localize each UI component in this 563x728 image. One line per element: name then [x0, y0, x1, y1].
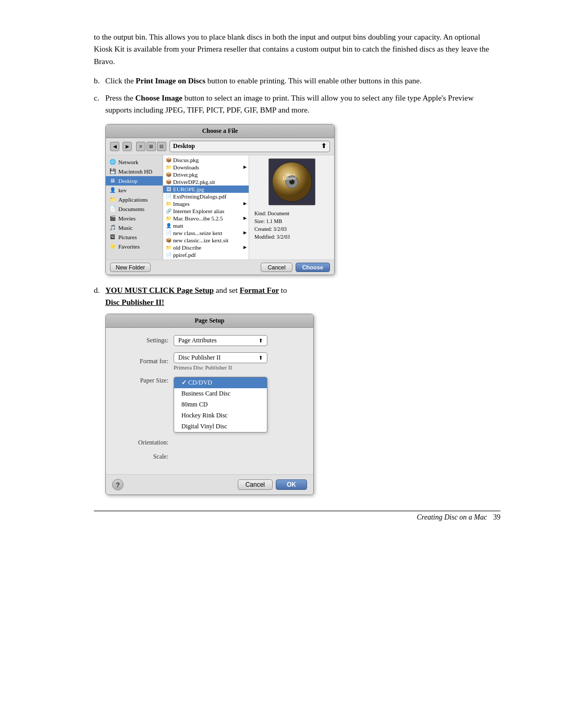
sidebar-item-network[interactable]: 🌐 Network [106, 157, 163, 167]
file-name-matt: matt [173, 223, 183, 229]
footer: Creating Disc on a Mac 39 [94, 511, 500, 522]
file-name-macbravo: Mac Bravo...ibe 5.2.5 [173, 215, 223, 221]
file-item-images[interactable]: 📁 Images [163, 200, 249, 207]
paper-option-cddvd[interactable]: CD/DVD [174, 377, 267, 388]
location-label: Desktop [173, 142, 195, 150]
sidebar-desktop-label: Desktop [118, 178, 138, 184]
file-item-ppiref[interactable]: 📄 ppiref.pdf [163, 251, 249, 258]
ps-actions: Cancel OK [238, 479, 307, 490]
file-name-images: Images [173, 201, 190, 207]
file-icon-ie: 🔗 [165, 208, 172, 214]
file-item-macbravo[interactable]: 📁 Mac Bravo...ibe 5.2.5 [163, 215, 249, 222]
file-item-discus[interactable]: 📦 Discus.pkg [163, 156, 249, 164]
file-icon-newclass2: 📦 [165, 237, 172, 243]
file-item-downloads[interactable]: 📁 Downloads [163, 164, 249, 171]
file-name-ppiref: ppiref.pdf [173, 252, 196, 258]
documents-icon: 📄 [109, 205, 116, 213]
settings-value: Page Attributes [178, 337, 217, 344]
dialog-actions: Cancel Choose [261, 263, 330, 272]
disc-svg: This is Europe! [271, 161, 313, 203]
ps-footer: ? Cancel OK [106, 474, 313, 495]
file-name-olddiscribe: old Discribe [173, 244, 201, 251]
paper-size-dropdown-menu[interactable]: CD/DVD Business Card Disc 80mm CD Hockey… [174, 377, 267, 433]
format-label: Format for: [116, 357, 168, 365]
icon-view-button[interactable]: ⊟ [157, 142, 166, 151]
desktop-icon: 🖥 [109, 177, 116, 184]
paper-size-row: Paper Size: CD/DVD Business Card Disc 80… [116, 377, 303, 433]
settings-arrow: ⬆ [259, 338, 263, 343]
ps-ok-button[interactable]: OK [276, 479, 307, 490]
dialog-content: 🌐 Network 💾 Macintosh HD 🖥 Desktop 👤 kev… [106, 155, 334, 260]
back-button[interactable]: ◀ [110, 142, 119, 151]
cancel-button[interactable]: Cancel [261, 263, 292, 272]
scale-label: Scale: [116, 453, 168, 461]
location-dropdown[interactable]: Desktop ⬆ [169, 141, 330, 152]
file-icon-olddiscribe: 📁 [165, 244, 172, 251]
format-dropdown[interactable]: Disc Publisher II ⬆ [174, 352, 267, 363]
intro-paragraph: to the output bin. This allows you to pl… [94, 31, 500, 68]
sidebar-kev-label: kev [118, 187, 127, 193]
orientation-row: Orientation: [116, 439, 303, 447]
footer-page-number: 39 [493, 513, 500, 521]
preview-created: Created: 3/2/03 [254, 225, 331, 233]
sidebar-item-documents[interactable]: 📄 Documents [106, 204, 163, 214]
format-control: Disc Publisher II ⬆ Primera Disc Publish… [174, 352, 303, 371]
location-arrow: ⬆ [321, 142, 326, 150]
file-item-ie[interactable]: 🔗 Internet Explorer alias [163, 207, 249, 215]
sidebar-item-movies[interactable]: 🎬 Movies [106, 214, 163, 223]
help-button[interactable]: ? [112, 479, 124, 490]
sidebar-item-music[interactable]: 🎵 Music [106, 223, 163, 232]
file-item-driverdp2[interactable]: 📦 DriverDP2.pkg.sit [163, 178, 249, 186]
file-icon-images: 📁 [165, 201, 172, 207]
column-view-button[interactable]: ⊞ [146, 142, 156, 151]
file-item-europe[interactable]: 🖼 EUROPE.jpg [163, 186, 249, 193]
format-value: Disc Publisher II [178, 354, 221, 362]
step-b-content: Click the Print Image on Discs button to… [105, 75, 500, 87]
file-item-matt[interactable]: 👤 matt [163, 222, 249, 229]
file-item-newclass1[interactable]: 📄 new class...seize kext [163, 229, 249, 237]
file-name-ie: Internet Explorer alias [173, 208, 224, 214]
sidebar-item-macintosh-hd[interactable]: 💾 Macintosh HD [106, 167, 163, 176]
sidebar-item-desktop[interactable]: 🖥 Desktop [106, 176, 163, 186]
new-folder-button[interactable]: New Folder [110, 263, 151, 272]
preview-kind: Kind: Document [254, 209, 331, 217]
file-icon-matt: 👤 [165, 223, 172, 229]
settings-row: Settings: Page Attributes ⬆ [116, 335, 303, 346]
list-view-button[interactable]: ≡ [136, 142, 145, 151]
page: to the output bin. This allows you to pl… [0, 0, 563, 728]
file-name-extprinting: ExtPrintingDialogs.pdf [173, 193, 226, 200]
file-item-extprinting[interactable]: 📄 ExtPrintingDialogs.pdf [163, 193, 249, 200]
kev-icon: 👤 [109, 187, 116, 194]
choose-button[interactable]: Choose [296, 263, 330, 272]
paper-option-digital[interactable]: Digital Vinyl Disc [174, 421, 267, 432]
dialog-toolbar: ◀ ▶ ≡ ⊞ ⊟ Desktop ⬆ [106, 138, 334, 155]
file-item-olddiscribe[interactable]: 📁 old Discribe [163, 244, 249, 251]
sidebar-applications-label: Applications [118, 196, 148, 203]
ps-title: Page Setup [106, 314, 313, 328]
paper-option-80mm[interactable]: 80mm CD [174, 399, 267, 410]
favorites-icon: ⭐ [109, 243, 116, 250]
network-icon: 🌐 [109, 158, 116, 166]
paper-option-hockey[interactable]: Hockey Rink Disc [174, 410, 267, 421]
preview-image: This is Europe! [268, 158, 315, 205]
ps-cancel-button[interactable]: Cancel [238, 479, 273, 490]
file-chooser-dialog: Choose a File ◀ ▶ ≡ ⊞ ⊟ Desktop ⬆ 🌐 Netw… [105, 124, 335, 275]
forward-button[interactable]: ▶ [123, 142, 132, 151]
sidebar-item-pictures[interactable]: 🖼 Pictures [106, 232, 163, 242]
step-b-label: b. [94, 75, 105, 87]
format-arrow: ⬆ [259, 355, 263, 361]
page-setup-dialog: Page Setup Settings: Page Attributes ⬆ F… [105, 314, 314, 495]
settings-dropdown[interactable]: Page Attributes ⬆ [174, 335, 267, 346]
file-item-driver[interactable]: 📦 Driver.pkg [163, 171, 249, 178]
sidebar-item-kev[interactable]: 👤 kev [106, 186, 163, 195]
sidebar-item-favorites[interactable]: ⭐ Favorites [106, 242, 163, 251]
orientation-label: Orientation: [116, 439, 168, 447]
file-icon-driverdp2: 📦 [165, 179, 172, 185]
dialog-footer: New Folder Cancel Choose [106, 260, 334, 275]
file-item-newclass2[interactable]: 📦 new classic...ize kext.sit [163, 237, 249, 244]
sidebar-item-applications[interactable]: 📁 Applications [106, 195, 163, 204]
paper-option-business-card[interactable]: Business Card Disc [174, 388, 267, 399]
dialog-title: Choose a File [106, 125, 334, 138]
step-c: c. Press the Choose Image button to sele… [94, 92, 500, 117]
file-name-driverdp2: DriverDP2.pkg.sit [173, 179, 215, 185]
